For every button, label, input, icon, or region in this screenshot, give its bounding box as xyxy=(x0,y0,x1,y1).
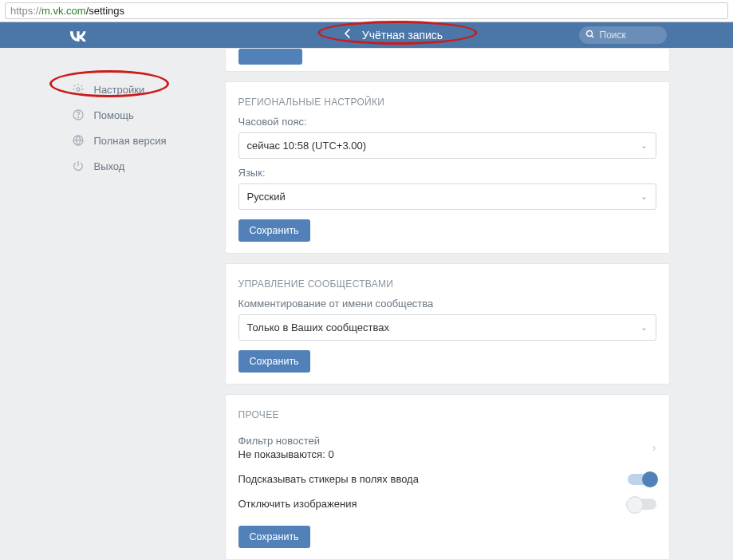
svg-point-1 xyxy=(77,88,80,91)
sidebar-item-label: Помощь xyxy=(94,109,134,121)
regional-settings-card: РЕГИОНАЛЬНЫЕ НАСТРОЙКИ Часовой пояс: сей… xyxy=(225,81,670,254)
url-host: m.vk.com xyxy=(41,5,86,17)
browser-address-bar: https://m.vk.com/settings xyxy=(0,0,733,22)
svg-point-0 xyxy=(586,30,592,36)
url-protocol: https:// xyxy=(10,5,41,17)
comment-as-select[interactable]: Только в Ваших сообществах ⌄ xyxy=(238,314,656,341)
sidebar-item-label: Полная версия xyxy=(94,135,167,147)
timezone-label: Часовой пояс: xyxy=(238,116,656,128)
url-bar[interactable]: https://m.vk.com/settings xyxy=(5,2,728,19)
timezone-select[interactable]: сейчас 10:58 (UTC+3.00) ⌄ xyxy=(238,132,656,159)
news-filter-label: Фильтр новостей xyxy=(238,435,652,447)
page-title: Учётная запись xyxy=(362,29,443,41)
news-filter-value: Не показываются: 0 xyxy=(238,448,652,460)
sidebar-item-help[interactable]: Помощь xyxy=(64,102,215,128)
section-title: ПРОЧЕЕ xyxy=(238,409,656,420)
power-icon xyxy=(72,160,85,172)
chevron-right-icon: › xyxy=(652,441,656,454)
search-icon xyxy=(585,30,595,41)
images-toggle[interactable] xyxy=(628,499,656,510)
save-button-truncated[interactable] xyxy=(238,49,302,65)
sidebar: Настройки Помощь Полная версия Выход xyxy=(64,48,215,560)
search-placeholder: Поиск xyxy=(600,30,626,41)
help-icon xyxy=(72,108,85,121)
chevron-down-icon: ⌄ xyxy=(640,191,648,202)
language-select[interactable]: Русский ⌄ xyxy=(238,183,656,210)
save-button[interactable]: Сохранить xyxy=(238,219,310,242)
url-path: /settings xyxy=(86,5,124,17)
search-input[interactable]: Поиск xyxy=(579,26,667,44)
svg-point-3 xyxy=(77,117,78,118)
language-value: Русский xyxy=(247,191,286,203)
comment-as-value: Только в Ваших сообществах xyxy=(247,321,389,333)
news-filter-row[interactable]: Фильтр новостей Не показываются: 0 › xyxy=(238,428,656,467)
sidebar-item-label: Настройки xyxy=(94,84,145,96)
gear-icon xyxy=(72,83,85,96)
communities-card: УПРАВЛЕНИЕ СООБЩЕСТВАМИ Комментирование … xyxy=(225,263,670,385)
vk-logo[interactable] xyxy=(67,29,89,41)
stickers-label: Подсказывать стикеры в полях ввода xyxy=(238,473,628,485)
back-arrow-icon[interactable] xyxy=(341,27,354,43)
images-toggle-row: Отключить изображения xyxy=(238,491,656,516)
images-label: Отключить изображения xyxy=(238,498,628,510)
sidebar-item-label: Выход xyxy=(94,160,125,172)
globe-icon xyxy=(72,134,85,147)
section-title: УПРАВЛЕНИЕ СООБЩЕСТВАМИ xyxy=(238,278,656,290)
save-button[interactable]: Сохранить xyxy=(238,350,310,373)
other-card: ПРОЧЕЕ Фильтр новостей Не показываются: … xyxy=(225,394,670,560)
stickers-toggle-row: Подсказывать стикеры в полях ввода xyxy=(238,467,656,491)
sidebar-item-logout[interactable]: Выход xyxy=(64,153,215,179)
language-label: Язык: xyxy=(238,167,656,179)
stickers-toggle[interactable] xyxy=(628,474,656,485)
sidebar-item-settings[interactable]: Настройки xyxy=(64,77,215,102)
chevron-down-icon: ⌄ xyxy=(640,140,648,151)
chevron-down-icon: ⌄ xyxy=(640,322,648,333)
timezone-value: сейчас 10:58 (UTC+3.00) xyxy=(247,140,367,152)
comment-as-label: Комментирование от имени сообщества xyxy=(238,298,656,310)
topbar: Учётная запись Поиск xyxy=(0,22,733,48)
save-button[interactable]: Сохранить xyxy=(238,526,310,548)
sidebar-item-full-version[interactable]: Полная версия xyxy=(64,128,215,153)
section-title: РЕГИОНАЛЬНЫЕ НАСТРОЙКИ xyxy=(238,97,656,108)
